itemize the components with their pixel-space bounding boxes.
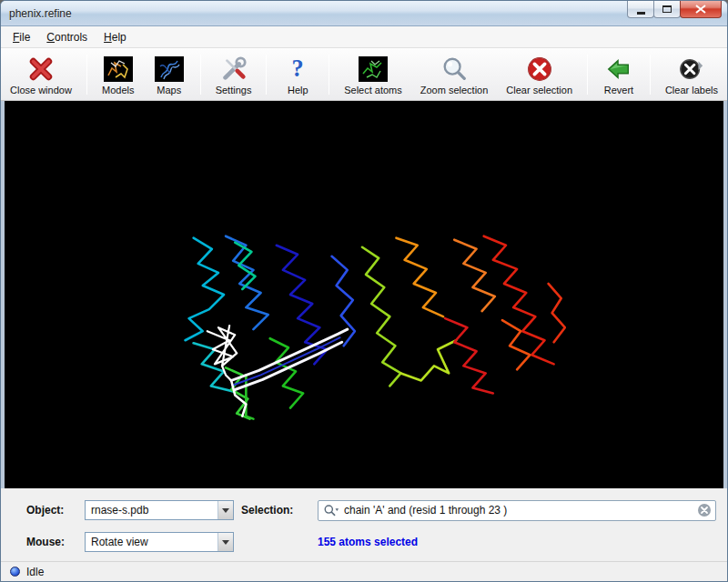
settings-icon [217, 54, 250, 84]
toolbar: Close window Models [1, 48, 727, 101]
clear-selection-button[interactable]: Clear selection [501, 51, 577, 98]
maps-button[interactable]: Maps [148, 51, 190, 98]
zoom-selection-button[interactable]: Zoom selection [416, 51, 493, 98]
molecule-svg [5, 101, 723, 488]
toolbar-label: Zoom selection [420, 85, 489, 95]
select-atoms-button[interactable]: Select atoms [339, 51, 407, 98]
status-text: Idle [26, 566, 44, 578]
mouse-dropdown-button[interactable] [217, 533, 233, 551]
object-label: Object: [26, 504, 77, 517]
menubar: File Controls Help [1, 26, 727, 48]
toolbar-label: Select atoms [344, 85, 402, 95]
minimize-icon [637, 12, 645, 15]
viewer-canvas[interactable] [5, 101, 723, 488]
toolbar-separator [587, 55, 588, 95]
toolbar-separator [200, 55, 201, 95]
selection-input[interactable]: chain 'A' and (resid 1 through 23 ) [318, 500, 716, 521]
clear-labels-button[interactable]: Clear labels [661, 51, 723, 98]
models-icon [102, 54, 135, 84]
titlebar[interactable]: phenix.refine [1, 1, 727, 26]
maximize-icon [662, 5, 672, 13]
object-dropdown[interactable]: rnase-s.pdb [85, 500, 234, 520]
toolbar-label: Clear labels [665, 85, 718, 95]
clear-input-icon[interactable] [697, 503, 712, 517]
close-window-button[interactable]: Close window [5, 51, 76, 98]
chevron-down-icon [222, 540, 229, 545]
chevron-down-icon [222, 508, 229, 513]
menu-help[interactable]: Help [96, 28, 135, 46]
toolbar-label: Settings [216, 85, 252, 95]
controls-panel: Object: rnase-s.pdb Selection: chain 'A'… [1, 488, 727, 561]
window-title: phenix.refine [9, 7, 72, 20]
toolbar-separator [86, 55, 87, 95]
clear-selection-icon [523, 54, 556, 84]
menu-controls[interactable]: Controls [38, 28, 96, 46]
statusbar: Idle [1, 561, 727, 581]
atoms-selected-text: 155 atoms selected [318, 536, 716, 548]
window-controls [628, 1, 722, 18]
close-icon [695, 5, 706, 14]
revert-button[interactable]: Revert [598, 51, 640, 98]
minimize-button[interactable] [627, 1, 654, 18]
toolbar-separator [266, 55, 267, 95]
svg-text:?: ? [292, 55, 304, 82]
menu-file[interactable]: File [5, 28, 38, 46]
revert-icon [602, 54, 635, 84]
object-dropdown-button[interactable] [217, 501, 233, 519]
maximize-button[interactable] [653, 1, 681, 18]
settings-button[interactable]: Settings [211, 51, 257, 98]
mouse-label: Mouse: [26, 536, 77, 548]
toolbar-label: Models [102, 85, 134, 95]
search-icon[interactable] [323, 503, 339, 517]
object-dropdown-value: rnase-s.pdb [86, 504, 217, 517]
toolbar-label: Close window [10, 85, 72, 95]
help-button[interactable]: ? Help [277, 51, 318, 98]
help-icon: ? [281, 54, 314, 84]
maps-icon [153, 54, 186, 84]
clear-labels-icon [675, 54, 708, 84]
models-button[interactable]: Models [97, 51, 139, 98]
toolbar-separator [329, 55, 329, 95]
status-led-icon [10, 567, 20, 577]
selection-value[interactable]: chain 'A' and (resid 1 through 23 ) [344, 504, 693, 517]
toolbar-label: Maps [157, 85, 181, 95]
mouse-dropdown-value: Rotate view [86, 536, 217, 548]
mouse-dropdown[interactable]: Rotate view [85, 532, 234, 552]
toolbar-label: Clear selection [506, 85, 572, 95]
close-button[interactable] [680, 1, 722, 18]
close-window-icon [25, 54, 57, 84]
app-window: phenix.refine File Controls Help Cl [0, 0, 728, 582]
selection-label: Selection: [241, 504, 310, 517]
select-atoms-icon [357, 54, 389, 84]
toolbar-label: Revert [604, 85, 633, 95]
toolbar-separator [650, 55, 651, 95]
toolbar-label: Help [288, 85, 308, 95]
zoom-selection-icon [438, 54, 470, 84]
